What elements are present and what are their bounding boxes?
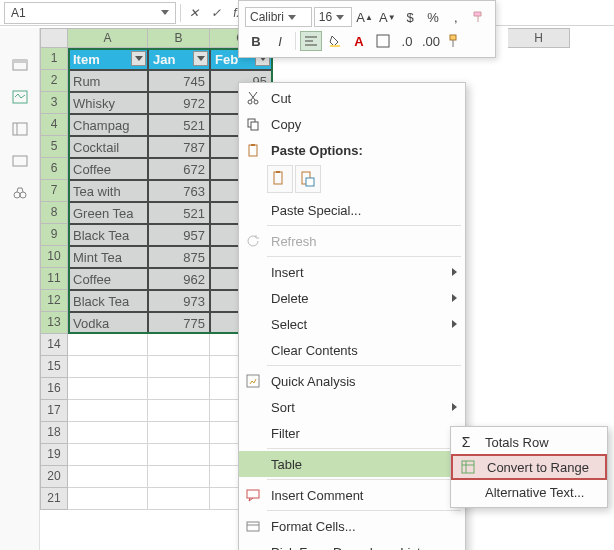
cell-jan[interactable]: 875 xyxy=(148,246,210,268)
menu-delete[interactable]: Delete xyxy=(239,285,465,311)
row-header[interactable]: 8 xyxy=(40,202,68,224)
pane-icon-2[interactable] xyxy=(12,90,28,104)
name-box-dropdown-icon[interactable] xyxy=(161,10,169,15)
row-header[interactable]: 21 xyxy=(40,488,68,510)
menu-sort[interactable]: Sort xyxy=(239,394,465,420)
row-header[interactable]: 14 xyxy=(40,334,68,356)
pane-icon-3[interactable] xyxy=(12,122,28,136)
cell-item[interactable]: Champag xyxy=(68,114,148,136)
row-header[interactable]: 4 xyxy=(40,114,68,136)
menu-insert[interactable]: Insert xyxy=(239,259,465,285)
row-header[interactable]: 17 xyxy=(40,400,68,422)
row-header[interactable]: 2 xyxy=(40,70,68,92)
table-header-item[interactable]: Item xyxy=(68,48,148,70)
menu-format-cells[interactable]: Format Cells... xyxy=(239,513,465,539)
cell-jan[interactable]: 787 xyxy=(148,136,210,158)
percent-icon[interactable]: % xyxy=(423,7,444,27)
format-painter-icon[interactable] xyxy=(444,31,466,51)
cell-jan[interactable]: 957 xyxy=(148,224,210,246)
row-header[interactable]: 15 xyxy=(40,356,68,378)
align-icon[interactable] xyxy=(300,31,322,51)
cell-item[interactable]: Coffee xyxy=(68,268,148,290)
cell-item[interactable]: Whisky xyxy=(68,92,148,114)
row-header[interactable]: 11 xyxy=(40,268,68,290)
borders-icon[interactable] xyxy=(372,31,394,51)
submenu-convert-to-range[interactable]: Convert to Range xyxy=(451,454,607,480)
col-header-a[interactable]: A xyxy=(68,28,148,48)
cell-item[interactable]: Coffee xyxy=(68,158,148,180)
cancel-icon[interactable]: ✕ xyxy=(185,4,203,22)
decrease-decimal-icon[interactable]: .0 xyxy=(396,31,418,51)
menu-paste-special[interactable]: Paste Special... xyxy=(239,197,465,223)
bold-icon[interactable]: B xyxy=(245,31,267,51)
cell-jan[interactable]: 775 xyxy=(148,312,210,334)
filter-button[interactable] xyxy=(193,51,208,66)
row-header[interactable]: 12 xyxy=(40,290,68,312)
cell-jan[interactable]: 972 xyxy=(148,92,210,114)
paste-option-1[interactable] xyxy=(267,165,293,193)
italic-icon[interactable]: I xyxy=(269,31,291,51)
cell-jan[interactable]: 962 xyxy=(148,268,210,290)
row-header[interactable]: 18 xyxy=(40,422,68,444)
menu-select[interactable]: Select xyxy=(239,311,465,337)
select-all-corner[interactable] xyxy=(40,28,68,48)
binoculars-icon[interactable] xyxy=(12,186,28,200)
row-header[interactable]: 16 xyxy=(40,378,68,400)
cell-item[interactable]: Mint Tea xyxy=(68,246,148,268)
cell-item[interactable]: Black Tea xyxy=(68,224,148,246)
comma-icon[interactable]: , xyxy=(445,7,466,27)
cell-item[interactable]: Cocktail xyxy=(68,136,148,158)
cell-item[interactable]: Vodka xyxy=(68,312,148,334)
pane-icon-4[interactable] xyxy=(12,154,28,168)
row-header[interactable]: 9 xyxy=(40,224,68,246)
row-header[interactable]: 6 xyxy=(40,158,68,180)
menu-pick-from-list[interactable]: Pick From Drop-down List... xyxy=(239,539,465,550)
name-box[interactable]: A1 xyxy=(4,2,176,24)
pane-icon-1[interactable] xyxy=(12,58,28,72)
menu-table[interactable]: Table xyxy=(239,451,465,477)
filter-button[interactable] xyxy=(131,51,146,66)
row-header[interactable]: 3 xyxy=(40,92,68,114)
enter-icon[interactable]: ✓ xyxy=(207,4,225,22)
menu-cut[interactable]: Cut xyxy=(239,85,465,111)
col-header-b[interactable]: B xyxy=(148,28,210,48)
cell-jan[interactable]: 521 xyxy=(148,114,210,136)
menu-copy[interactable]: Copy xyxy=(239,111,465,137)
cell-jan[interactable]: 672 xyxy=(148,158,210,180)
cell-jan[interactable]: 521 xyxy=(148,202,210,224)
cell-jan[interactable]: 745 xyxy=(148,70,210,92)
row-header[interactable]: 20 xyxy=(40,466,68,488)
paint-format-icon[interactable] xyxy=(468,7,489,27)
cell-jan[interactable]: 763 xyxy=(148,180,210,202)
table-header-jan[interactable]: Jan xyxy=(148,48,210,70)
col-header-h[interactable]: H xyxy=(508,28,570,48)
cell-item[interactable]: Green Tea xyxy=(68,202,148,224)
currency-icon[interactable]: $ xyxy=(400,7,421,27)
cell-jan[interactable]: 973 xyxy=(148,290,210,312)
cell-item[interactable]: Rum xyxy=(68,70,148,92)
row-header[interactable]: 13 xyxy=(40,312,68,334)
cell-item[interactable]: Tea with xyxy=(68,180,148,202)
submenu-alt-text[interactable]: Alternative Text... xyxy=(451,479,607,505)
menu-filter[interactable]: Filter xyxy=(239,420,465,446)
submenu-totals-row[interactable]: Σ Totals Row xyxy=(451,429,607,455)
size-combo[interactable]: 16 xyxy=(314,7,352,27)
row-header[interactable]: 10 xyxy=(40,246,68,268)
increase-font-icon[interactable]: A▲ xyxy=(354,7,375,27)
fill-color-icon[interactable] xyxy=(324,31,346,51)
row-header[interactable]: 7 xyxy=(40,180,68,202)
copy-icon xyxy=(243,115,263,133)
font-combo[interactable]: Calibri xyxy=(245,7,312,27)
cell-item[interactable]: Black Tea xyxy=(68,290,148,312)
menu-insert-comment[interactable]: Insert Comment xyxy=(239,482,465,508)
row-header[interactable]: 19 xyxy=(40,444,68,466)
svg-rect-12 xyxy=(377,35,389,47)
row-header[interactable]: 5 xyxy=(40,136,68,158)
font-color-icon[interactable]: A xyxy=(348,31,370,51)
paste-option-2[interactable] xyxy=(295,165,321,193)
row-header-1[interactable]: 1 xyxy=(40,48,68,70)
menu-quick-analysis[interactable]: Quick Analysis xyxy=(239,368,465,394)
decrease-font-icon[interactable]: A▼ xyxy=(377,7,398,27)
increase-decimal-icon[interactable]: .00 xyxy=(420,31,442,51)
menu-clear-contents[interactable]: Clear Contents xyxy=(239,337,465,363)
